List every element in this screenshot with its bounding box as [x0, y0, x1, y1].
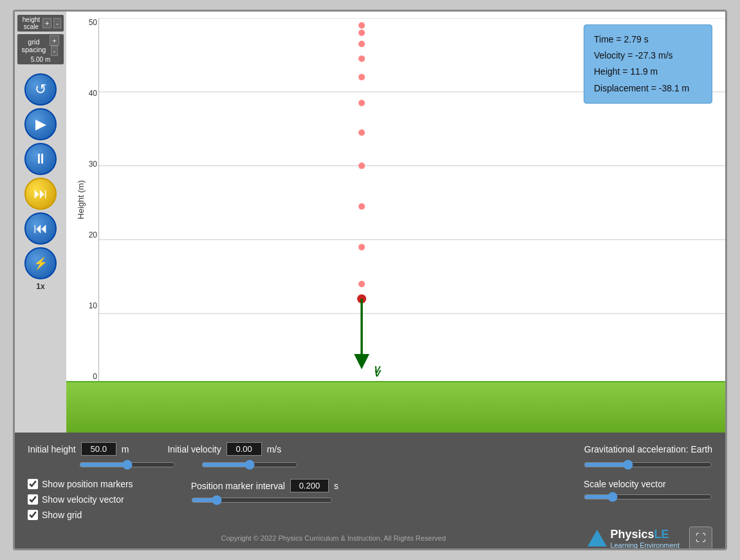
displacement-display: Displacement = -38.1 m — [594, 80, 702, 97]
reset-icon: ↺ — [35, 81, 46, 98]
initial-velocity-group: Initial velocity m/s — [167, 442, 281, 456]
height-scale-control: height scale + - — [17, 15, 64, 32]
velocity-arrowhead — [358, 362, 365, 367]
height-scale-label: height scale — [20, 16, 42, 30]
y-tick-10: 10 — [89, 301, 97, 310]
grid-spacing-label: grid spacing — [20, 38, 48, 53]
marker-interval-label: Position marker interval — [191, 481, 285, 491]
show-velocity-vector-checkbox[interactable] — [28, 494, 38, 505]
height-scale-minus-button[interactable]: - — [53, 18, 61, 28]
pause-button[interactable]: ⏸ — [24, 143, 57, 175]
simulation-area: height scale + - grid spacing + - 5.00 m — [15, 12, 725, 433]
velocity-label: V — [375, 364, 382, 375]
grav-label: Gravitational acceleration: Earth — [584, 444, 712, 454]
scale-velocity-label: Scale velocity vector — [584, 479, 712, 489]
left-panel: height scale + - grid spacing + - 5.00 m — [15, 12, 66, 433]
initial-height-unit: m — [122, 444, 129, 454]
marker-interval-group: Position marker interval s — [191, 479, 338, 505]
logo-le: LE — [654, 528, 669, 541]
fullscreen-button[interactable]: ⛶ — [689, 527, 712, 550]
marker-dot — [358, 55, 365, 62]
initial-height-label: Initial height — [28, 444, 76, 454]
show-grid-checkbox[interactable] — [28, 510, 38, 520]
scale-velocity-group: Scale velocity vector — [584, 479, 712, 502]
bottom-controls-panel: Initial height m Initial velocity m/s Gr… — [15, 433, 725, 548]
logo-physics: Physics — [610, 528, 654, 541]
grav-slider[interactable] — [584, 460, 712, 470]
initial-velocity-slider[interactable] — [201, 460, 298, 470]
marker-dot — [358, 30, 365, 36]
speed-button[interactable]: ⚡ — [24, 247, 57, 279]
grid-spacing-plus-button[interactable]: + — [50, 35, 59, 46]
show-position-markers-checkbox[interactable] — [28, 479, 38, 489]
initial-velocity-slider-group — [201, 460, 298, 472]
marker-interval-slider[interactable] — [191, 495, 333, 505]
y-tick-50: 50 — [89, 18, 97, 27]
grav-label-group: Gravitational acceleration: Earth — [584, 444, 712, 454]
y-tick-20: 20 — [89, 230, 97, 239]
marker-dot — [358, 41, 365, 47]
main-container: height scale + - grid spacing + - 5.00 m — [13, 10, 727, 550]
grid-spacing-minus-button[interactable]: - — [51, 46, 59, 56]
initial-height-group: Initial height m — [28, 442, 129, 456]
play-button[interactable]: ▶ — [24, 108, 57, 140]
step-forward-button[interactable]: ⏭ — [24, 178, 57, 210]
copyright-text: Copyright © 2022 Physics Curriculum & In… — [79, 534, 587, 542]
step-back-button[interactable]: ⏮ — [24, 212, 57, 245]
marker-dot — [358, 22, 365, 28]
info-box: Time = 2.79 s Velocity = -27.3 m/s Heigh… — [584, 24, 712, 104]
y-tick-0: 0 — [93, 372, 97, 381]
marker-dot — [358, 281, 365, 287]
logo-text-group: Physics LE Learning Environment — [610, 528, 680, 549]
logo: Physics LE Learning Environment — [587, 528, 680, 549]
marker-interval-unit: s — [334, 481, 338, 491]
chart-area: Height (m) 50 40 30 20 10 0 — [66, 12, 725, 433]
velocity-display: Velocity = -27.3 m/s — [594, 48, 702, 64]
reset-button[interactable]: ↺ — [24, 73, 57, 106]
y-tick-40: 40 — [89, 89, 97, 98]
time-display: Time = 2.79 s — [594, 32, 702, 48]
y-tick-30: 30 — [89, 160, 97, 169]
step-back-icon: ⏮ — [33, 220, 48, 237]
checkboxes-group: Show position markers Show velocity vect… — [28, 479, 133, 520]
marker-dot — [358, 100, 365, 106]
initial-height-input[interactable] — [81, 442, 116, 456]
step-forward-icon: ⏭ — [33, 185, 48, 202]
footer-row: Copyright © 2022 Physics Curriculum & In… — [28, 527, 712, 550]
marker-interval-input[interactable] — [290, 479, 329, 492]
speed-icon: ⚡ — [33, 256, 48, 270]
grid-spacing-value: 5.00 m — [20, 56, 61, 63]
show-velocity-vector-label[interactable]: Show velocity vector — [28, 494, 133, 505]
marker-dot — [358, 244, 365, 250]
show-position-markers-label[interactable]: Show position markers — [28, 479, 133, 489]
speed-label: 1x — [36, 282, 44, 291]
pause-icon: ⏸ — [33, 151, 48, 167]
initial-velocity-input[interactable] — [227, 442, 262, 456]
marker-dot — [358, 203, 365, 210]
scale-velocity-slider[interactable] — [584, 492, 712, 502]
initial-height-slider[interactable] — [79, 460, 176, 470]
initial-velocity-label: Initial velocity — [167, 444, 221, 454]
marker-dot — [358, 74, 365, 80]
grav-slider-group — [584, 460, 712, 472]
y-axis-ticks: 50 40 30 20 10 0 — [84, 18, 97, 381]
marker-dot — [358, 129, 365, 136]
ground — [66, 381, 725, 433]
height-display: Height = 11.9 m — [594, 64, 702, 80]
initial-velocity-unit: m/s — [267, 444, 282, 454]
logo-subtitle: Learning Environment — [610, 541, 680, 549]
grid-spacing-control: grid spacing + - 5.00 m — [17, 34, 64, 64]
play-icon: ▶ — [35, 116, 46, 133]
show-grid-label[interactable]: Show grid — [28, 510, 133, 520]
height-scale-plus-button[interactable]: + — [42, 18, 51, 28]
fullscreen-icon: ⛶ — [696, 532, 706, 544]
logo-icon — [587, 530, 607, 546]
marker-dot — [358, 163, 365, 169]
initial-height-slider-group — [28, 460, 176, 472]
